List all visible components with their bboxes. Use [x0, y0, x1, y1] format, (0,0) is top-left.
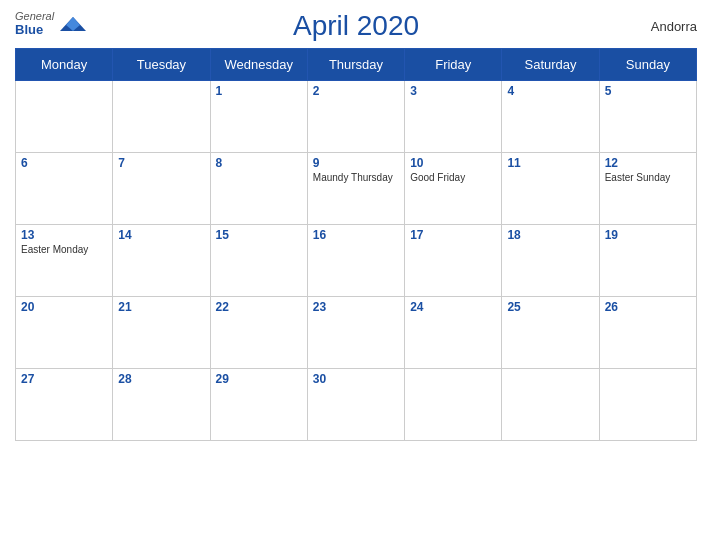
day-number: 11: [507, 156, 593, 170]
day-number: 30: [313, 372, 399, 386]
header-monday: Monday: [16, 49, 113, 81]
day-event: Good Friday: [410, 172, 496, 183]
calendar-cell: 21: [113, 297, 210, 369]
calendar-container: General Blue April 2020 Andorra Monday T…: [0, 0, 712, 550]
calendar-cell: 8: [210, 153, 307, 225]
day-number: 10: [410, 156, 496, 170]
logo-general: General: [15, 10, 54, 22]
header-tuesday: Tuesday: [113, 49, 210, 81]
header-saturday: Saturday: [502, 49, 599, 81]
calendar-cell: 5: [599, 81, 696, 153]
calendar-body: 123456789Maundy Thursday10Good Friday111…: [16, 81, 697, 441]
calendar-cell: 22: [210, 297, 307, 369]
day-number: 8: [216, 156, 302, 170]
calendar-cell: 29: [210, 369, 307, 441]
day-number: 20: [21, 300, 107, 314]
day-number: 19: [605, 228, 691, 242]
calendar-cell: 7: [113, 153, 210, 225]
calendar-week-row: 27282930: [16, 369, 697, 441]
page-title: April 2020: [293, 10, 419, 42]
country-label: Andorra: [651, 19, 697, 34]
calendar-week-row: 20212223242526: [16, 297, 697, 369]
calendar-cell: [405, 369, 502, 441]
calendar-header: General Blue April 2020 Andorra: [15, 10, 697, 42]
calendar-cell: 17: [405, 225, 502, 297]
day-number: 22: [216, 300, 302, 314]
day-number: 21: [118, 300, 204, 314]
logo-blue: Blue: [15, 22, 54, 37]
calendar-cell: 24: [405, 297, 502, 369]
header-wednesday: Wednesday: [210, 49, 307, 81]
calendar-cell: 2: [307, 81, 404, 153]
day-number: 13: [21, 228, 107, 242]
calendar-cell: 10Good Friday: [405, 153, 502, 225]
calendar-cell: 9Maundy Thursday: [307, 153, 404, 225]
day-number: 23: [313, 300, 399, 314]
calendar-cell: 25: [502, 297, 599, 369]
calendar-cell: 3: [405, 81, 502, 153]
day-number: 24: [410, 300, 496, 314]
day-number: 28: [118, 372, 204, 386]
header-sunday: Sunday: [599, 49, 696, 81]
calendar-week-row: 13Easter Monday141516171819: [16, 225, 697, 297]
day-number: 15: [216, 228, 302, 242]
calendar-cell: 6: [16, 153, 113, 225]
day-number: 16: [313, 228, 399, 242]
header-thursday: Thursday: [307, 49, 404, 81]
day-number: 1: [216, 84, 302, 98]
calendar-cell: 11: [502, 153, 599, 225]
day-event: Easter Monday: [21, 244, 107, 255]
day-number: 6: [21, 156, 107, 170]
day-number: 29: [216, 372, 302, 386]
day-number: 2: [313, 84, 399, 98]
calendar-cell: 14: [113, 225, 210, 297]
day-number: 26: [605, 300, 691, 314]
calendar-cell: 16: [307, 225, 404, 297]
day-number: 3: [410, 84, 496, 98]
day-number: 17: [410, 228, 496, 242]
calendar-cell: 13Easter Monday: [16, 225, 113, 297]
day-number: 12: [605, 156, 691, 170]
calendar-cell: 1: [210, 81, 307, 153]
calendar-grid: Monday Tuesday Wednesday Thursday Friday…: [15, 48, 697, 441]
calendar-cell: 27: [16, 369, 113, 441]
day-number: 25: [507, 300, 593, 314]
calendar-cell: 28: [113, 369, 210, 441]
logo-icon: [58, 15, 88, 33]
day-number: 14: [118, 228, 204, 242]
calendar-cell: [502, 369, 599, 441]
calendar-cell: [599, 369, 696, 441]
calendar-cell: 23: [307, 297, 404, 369]
day-number: 5: [605, 84, 691, 98]
calendar-cell: 20: [16, 297, 113, 369]
day-event: Easter Sunday: [605, 172, 691, 183]
calendar-week-row: 12345: [16, 81, 697, 153]
day-number: 7: [118, 156, 204, 170]
logo-area: General Blue: [15, 10, 88, 37]
calendar-week-row: 6789Maundy Thursday10Good Friday1112East…: [16, 153, 697, 225]
day-number: 27: [21, 372, 107, 386]
calendar-cell: 26: [599, 297, 696, 369]
day-number: 18: [507, 228, 593, 242]
day-number: 4: [507, 84, 593, 98]
calendar-cell: 15: [210, 225, 307, 297]
calendar-cell: 4: [502, 81, 599, 153]
calendar-cell: 30: [307, 369, 404, 441]
header-friday: Friday: [405, 49, 502, 81]
day-number: 9: [313, 156, 399, 170]
calendar-cell: 18: [502, 225, 599, 297]
weekday-header-row: Monday Tuesday Wednesday Thursday Friday…: [16, 49, 697, 81]
calendar-cell: 19: [599, 225, 696, 297]
day-event: Maundy Thursday: [313, 172, 399, 183]
calendar-cell: [113, 81, 210, 153]
calendar-cell: [16, 81, 113, 153]
calendar-cell: 12Easter Sunday: [599, 153, 696, 225]
